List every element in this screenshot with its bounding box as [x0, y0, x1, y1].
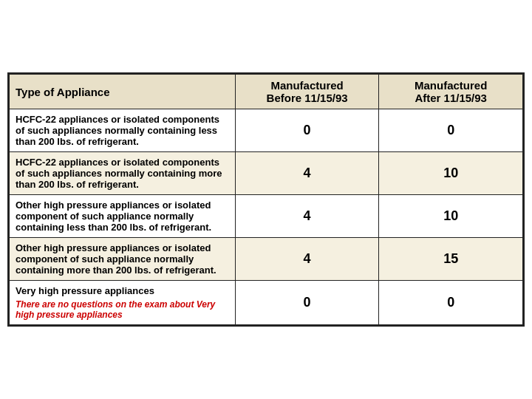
col2-top: Manufactured	[242, 79, 373, 92]
value-before: 0	[235, 281, 379, 325]
table-row: HCFC-22 appliances or isolated component…	[10, 109, 523, 152]
value-before: 4	[235, 152, 379, 195]
col-header-after: Manufactured After 11/15/93	[379, 75, 523, 109]
table-row: Other high pressure appliances or isolat…	[10, 238, 523, 281]
col1-label: Type of Appliance	[16, 86, 110, 98]
value-after: 15	[379, 238, 523, 281]
col2-bot: Before 11/15/93	[242, 92, 373, 104]
header-row: Type of Appliance Manufactured Before 11…	[10, 75, 523, 109]
table-row: Very high pressure appliancesThere are n…	[10, 281, 523, 325]
value-after: 10	[379, 152, 523, 195]
appliance-description: HCFC-22 appliances or isolated component…	[10, 109, 236, 152]
value-before: 4	[235, 238, 379, 281]
table-row: Other high pressure appliances or isolat…	[10, 195, 523, 238]
exam-note: There are no questions on the exam about…	[16, 299, 229, 320]
appliance-description: Very high pressure appliancesThere are n…	[10, 281, 236, 325]
appliance-description: Other high pressure appliances or isolat…	[10, 238, 236, 281]
appliance-table: Type of Appliance Manufactured Before 11…	[9, 74, 523, 325]
col3-top: Manufactured	[385, 79, 516, 92]
table-row: HCFC-22 appliances or isolated component…	[10, 152, 523, 195]
value-after: 0	[379, 281, 523, 325]
value-before: 4	[235, 195, 379, 238]
main-table-wrapper: Type of Appliance Manufactured Before 11…	[7, 72, 525, 327]
appliance-description: Other high pressure appliances or isolat…	[10, 195, 236, 238]
col3-bot: After 11/15/93	[385, 92, 516, 104]
col-header-before: Manufactured Before 11/15/93	[235, 75, 379, 109]
value-before: 0	[235, 109, 379, 152]
value-after: 10	[379, 195, 523, 238]
value-after: 0	[379, 109, 523, 152]
col-header-type: Type of Appliance	[10, 75, 236, 109]
appliance-description: HCFC-22 appliances or isolated component…	[10, 152, 236, 195]
